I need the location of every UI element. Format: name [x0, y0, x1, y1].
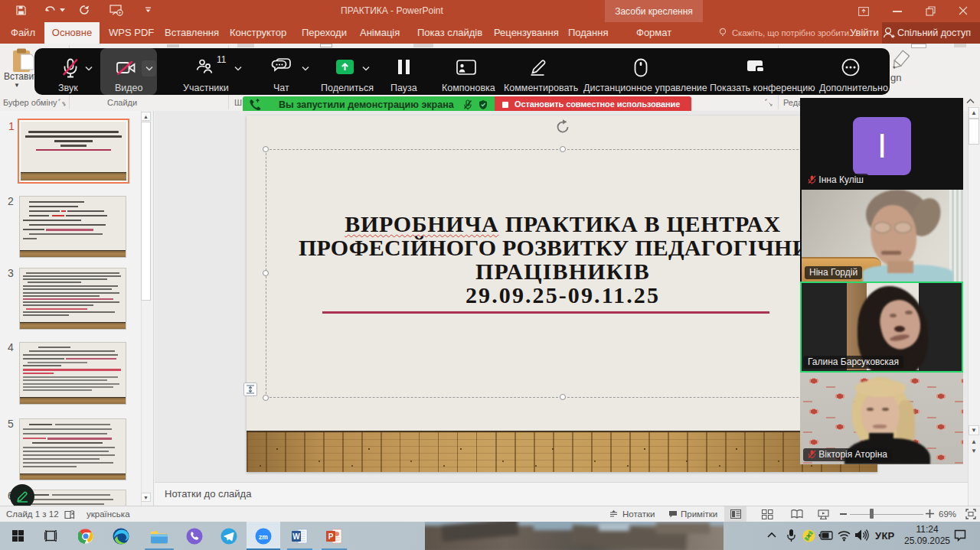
svg-text:W: W: [292, 532, 300, 541]
svg-text:zm: zm: [259, 533, 268, 541]
svg-text:P: P: [328, 532, 334, 541]
